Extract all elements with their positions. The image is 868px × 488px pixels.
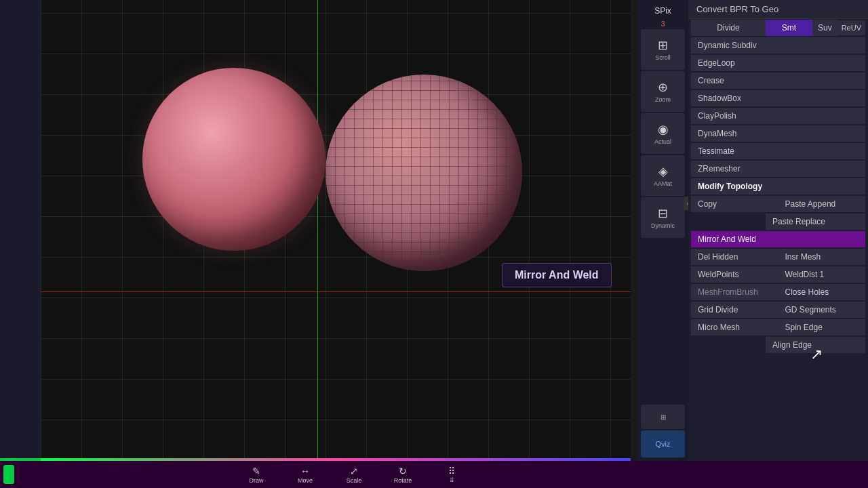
scroll-label: Scroll [655, 54, 671, 61]
convert-bpr-label: Convert BPR To Geo [696, 4, 778, 14]
insr-mesh-btn[interactable]: Insr Mesh [778, 249, 866, 265]
green-accent [3, 465, 14, 484]
align-edge-spacer: . [691, 337, 766, 353]
viewport: Mirror And Weld [41, 0, 631, 461]
dots-btn[interactable]: ⠿ ⠿ [428, 462, 475, 487]
suv-btn[interactable]: Suv [812, 20, 837, 36]
scale-label: Scale [347, 477, 362, 484]
spix-label: SPix [637, 3, 688, 18]
tessimate-btn[interactable]: Tessimate [691, 143, 865, 159]
dynamic-label: Dynamic [651, 222, 675, 229]
paste-replace-row: . Paste Replace [688, 213, 868, 230]
draw-label: Draw [249, 477, 263, 484]
del-hidden-btn[interactable]: Del Hidden [691, 249, 778, 265]
modify-topology-btn[interactable]: Modify Topology [691, 178, 865, 195]
scale-btn[interactable]: ⤢ Scale [330, 462, 378, 487]
paste-replace-btn[interactable]: Paste Replace [766, 214, 865, 230]
zoom-btn[interactable]: ⊕ Zoom [641, 71, 685, 112]
mirror-weld-tooltip: Mirror And Weld [502, 263, 612, 287]
scroll-icon: ⊞ [658, 38, 668, 53]
draw-icon: ✎ [252, 466, 260, 476]
spin-edge-btn[interactable]: Spin Edge [778, 319, 866, 336]
dots-label: ⠿ [450, 477, 454, 484]
zoom-label: Zoom [655, 96, 671, 103]
dynamic-btn[interactable]: ⊟ Dynamic [641, 197, 685, 238]
rotate-btn[interactable]: ↻ Rotate [379, 462, 427, 487]
actual-icon: ◉ [658, 122, 669, 137]
bottom-toolbar: ✎ Draw ↔ Move ⤢ Scale ↻ Rotate ⠿ ⠿ [0, 461, 868, 488]
qviz-label: Qviz [656, 440, 671, 448]
mrgb-label: ⊞ [660, 413, 666, 421]
scale-icon: ⤢ [350, 466, 358, 476]
crease-row: Crease [688, 72, 868, 89]
rotate-icon: ↻ [399, 466, 407, 476]
meshfrombrush-row: MeshFromBrush Close Holes [688, 283, 868, 301]
scroll-btn[interactable]: ⊞ Scroll [641, 29, 685, 70]
mirror-weld-row: Mirror And Weld [688, 230, 868, 248]
grid-divide-btn[interactable]: Grid Divide [691, 302, 778, 318]
aamat-icon: ◈ [658, 164, 668, 179]
shadowbox-row: ShadowBox [688, 89, 868, 107]
actual-btn[interactable]: ◉ Actual [641, 113, 685, 154]
zremesher-row: ZRemesher [688, 160, 868, 178]
dynamic-icon: ⊟ [658, 206, 668, 221]
mesh-overlay [326, 75, 522, 271]
convert-bpr-section: Convert BPR To Geo [688, 0, 868, 19]
actual-label: Actual [654, 138, 671, 145]
sphere-right [326, 75, 522, 271]
move-icon: ↔ [300, 466, 310, 476]
sphere-left [142, 68, 326, 251]
right-tool-panel: SPix 3 ⊞ Scroll ⊕ Zoom ◉ Actual ◈ AAMat … [637, 0, 688, 461]
edgeloop-row: EdgeLoop [688, 54, 868, 72]
weldpoints-btn[interactable]: WeldPoints [691, 266, 778, 283]
dots-icon: ⠿ [448, 466, 455, 476]
paste-replace-spacer: . [691, 214, 766, 230]
meshfrombrush-btn[interactable]: MeshFromBrush [691, 284, 778, 300]
grid-divide-row: Grid Divide GD Segments [688, 301, 868, 319]
shadowbox-btn[interactable]: ShadowBox [691, 90, 865, 106]
zoom-icon: ⊕ [658, 80, 668, 95]
tessimate-row: Tessimate [688, 142, 868, 160]
mrgb-row-btn[interactable]: ⊞ [641, 405, 685, 429]
divide-row: Divide Smt Suv ReUV [688, 19, 868, 37]
del-hidden-row: Del Hidden Insr Mesh [688, 248, 868, 266]
dynamesh-btn[interactable]: DynaMesh [691, 125, 865, 142]
close-holes-btn[interactable]: Close Holes [778, 284, 866, 300]
horizontal-axis [41, 291, 631, 292]
move-label: Move [298, 477, 313, 484]
align-edge-row: . Align Edge [688, 336, 868, 354]
left-toolbar [0, 0, 41, 461]
crease-btn[interactable]: Crease [691, 73, 865, 89]
dynamic-subdiv-btn[interactable]: Dynamic Subdiv [691, 37, 865, 54]
gd-segments-btn[interactable]: GD Segments [778, 302, 866, 318]
dynamic-subdiv-row: Dynamic Subdiv [688, 37, 868, 54]
right-panel: Convert BPR To Geo Divide Smt Suv ReUV D… [688, 0, 868, 488]
welddist-btn[interactable]: WeldDist 1 [778, 266, 866, 283]
viewport-grid [41, 0, 631, 461]
convert-bpr-header[interactable]: Convert BPR To Geo [688, 0, 868, 18]
copy-paste-row: Copy Paste Append [688, 195, 868, 213]
weldpoints-row: WeldPoints WeldDist 1 [688, 266, 868, 283]
aamat-btn[interactable]: ◈ AAMat [641, 155, 685, 196]
claypolish-btn[interactable]: ClayPolish [691, 108, 865, 124]
reuv-btn[interactable]: ReUV [837, 20, 865, 35]
qviz-btn[interactable]: Qviz [641, 430, 685, 458]
vertical-axis [317, 0, 318, 461]
move-btn[interactable]: ↔ Move [281, 462, 329, 487]
draw-btn[interactable]: ✎ Draw [233, 462, 280, 487]
paste-append-btn[interactable]: Paste Append [778, 196, 866, 212]
edgeloop-btn[interactable]: EdgeLoop [691, 55, 865, 71]
micro-mesh-row: Micro Mesh Spin Edge [688, 319, 868, 336]
mirror-and-weld-btn[interactable]: Mirror And Weld [691, 231, 865, 247]
smt-btn[interactable]: Smt [766, 20, 812, 36]
aamat-label: AAMat [654, 180, 672, 187]
zremesher-btn[interactable]: ZRemesher [691, 161, 865, 177]
divide-btn[interactable]: Divide [691, 20, 766, 36]
copy-btn[interactable]: Copy [691, 196, 778, 212]
claypolish-row: ClayPolish [688, 107, 868, 125]
micro-mesh-btn[interactable]: Micro Mesh [691, 319, 778, 336]
rotate-label: Rotate [394, 477, 412, 484]
dynamesh-row: DynaMesh [688, 125, 868, 142]
align-edge-btn[interactable]: Align Edge [766, 337, 865, 353]
modify-topology-row: Modify Topology [688, 178, 868, 195]
